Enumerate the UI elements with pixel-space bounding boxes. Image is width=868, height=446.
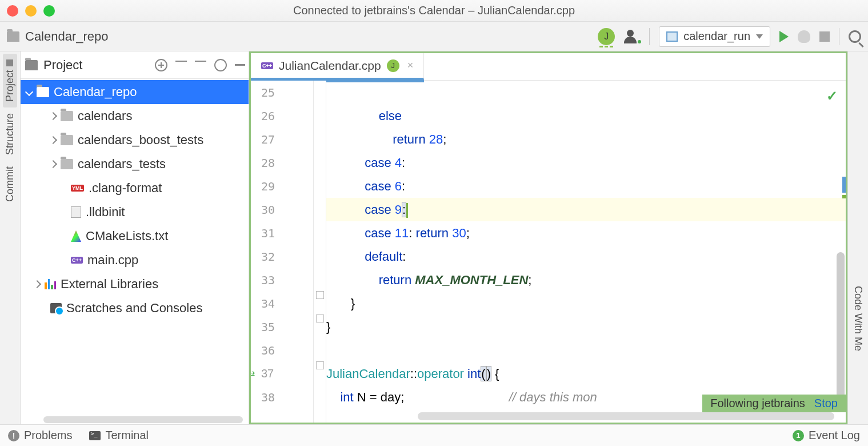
code-with-me-tab[interactable]: Code With Me	[851, 280, 865, 357]
code-line	[326, 81, 846, 104]
editor-tab[interactable]: C++ JulianCalendar.cpp J ×	[251, 53, 424, 80]
collapse-all-icon[interactable]	[195, 61, 206, 70]
tree-file-clang-format[interactable]: YML .clang-format	[21, 176, 249, 200]
run-button[interactable]	[779, 31, 789, 42]
fold-handle-icon[interactable]	[316, 361, 324, 369]
tree-scrollbar[interactable]	[43, 416, 243, 423]
chevron-right-icon[interactable]	[49, 136, 57, 144]
tree-folder-calendars[interactable]: calendars	[21, 104, 249, 128]
commit-tool-tab[interactable]: Commit	[3, 161, 17, 208]
tree-label: .lldbinit	[86, 205, 125, 220]
folder-icon	[61, 111, 73, 121]
chevron-right-icon[interactable]	[49, 160, 57, 168]
cpp-icon: C++	[261, 62, 273, 69]
cmake-icon	[71, 230, 81, 242]
chevron-right-icon[interactable]	[49, 112, 57, 120]
code-line-active: case 9:	[326, 198, 846, 221]
following-banner: Following jetbrains Stop	[702, 395, 846, 412]
window-title: Connected to jetbrains's Calendar – Juli…	[293, 4, 575, 17]
left-toolwindow-bar: Project Structure Commit	[0, 51, 21, 424]
separator	[649, 28, 650, 45]
fold-handle-icon[interactable]	[316, 314, 324, 322]
problems-icon: !	[8, 430, 19, 441]
tree-label: calendars_boost_tests	[78, 133, 203, 148]
tree-folder-boost-tests[interactable]: calendars_boost_tests	[21, 128, 249, 152]
scroll-marker	[842, 177, 846, 193]
stop-following-link[interactable]: Stop	[814, 397, 838, 410]
hide-panel-icon[interactable]	[235, 64, 245, 66]
titlebar: Connected to jetbrains's Calendar – Juli…	[0, 0, 868, 22]
tree-file-cmakelists[interactable]: CMakeLists.txt	[21, 224, 249, 248]
select-opened-file-icon[interactable]	[155, 59, 167, 71]
scratches-icon	[50, 303, 62, 313]
code-line: else	[326, 104, 846, 128]
event-log-label: Event Log	[809, 429, 860, 442]
run-config-selector[interactable]: calendar_run	[659, 26, 770, 47]
tree-external-libraries[interactable]: External Libraries	[21, 272, 249, 296]
project-tool-tab[interactable]: Project	[3, 54, 17, 107]
stop-button[interactable]	[819, 31, 830, 42]
traffic-lights	[7, 5, 55, 17]
yml-icon: YML	[71, 185, 84, 192]
zoom-window-button[interactable]	[43, 5, 55, 17]
editor-body[interactable]: 25 26 27 28 29 30 31 32 33 34 35 36 ⇄37 …	[251, 81, 846, 423]
following-text: Following jetbrains	[710, 397, 805, 410]
folder-icon	[61, 135, 73, 145]
event-count-badge: 1	[793, 430, 804, 441]
tree-label: Scratches and Consoles	[66, 301, 202, 316]
main-toolbar: Calendar_repo J calendar_run	[0, 22, 868, 51]
toolbar-right: J calendar_run	[598, 26, 861, 47]
cursor	[406, 203, 408, 218]
breadcrumb[interactable]: Calendar_repo	[7, 29, 109, 44]
horizontal-scrollbar[interactable]	[418, 412, 834, 420]
text-file-icon	[71, 206, 81, 218]
project-panel-header: Project	[21, 51, 249, 79]
right-toolwindow-bar: Code With Me	[847, 51, 868, 424]
project-tree[interactable]: Calendar_repo calendars calendars_boost_…	[21, 79, 249, 413]
close-window-button[interactable]	[7, 5, 18, 17]
project-panel: Project Calendar_repo calendars	[21, 51, 249, 424]
close-tab-button[interactable]: ×	[405, 59, 416, 71]
debug-button[interactable]	[798, 30, 810, 43]
editor: C++ JulianCalendar.cpp J × 25 26 27 28 2…	[249, 51, 847, 424]
chevron-down-icon	[756, 34, 763, 39]
tree-file-lldbinit[interactable]: .lldbinit	[21, 200, 249, 224]
problems-tool-button[interactable]: ! Problems	[8, 429, 72, 442]
chevron-right-icon[interactable]	[33, 280, 41, 288]
structure-tool-tab[interactable]: Structure	[3, 107, 17, 161]
add-user-icon[interactable]	[624, 30, 640, 43]
separator	[839, 28, 839, 45]
run-config-icon	[666, 31, 678, 42]
folder-icon	[61, 159, 73, 169]
tree-scratches[interactable]: Scratches and Consoles	[21, 296, 249, 320]
user-avatar[interactable]: J	[598, 28, 615, 45]
search-button[interactable]	[849, 30, 861, 43]
editor-tabs: C++ JulianCalendar.cpp J ×	[251, 53, 846, 81]
tree-root[interactable]: Calendar_repo	[21, 80, 249, 104]
code-line: return MAX_MONTH_LEN;	[326, 268, 846, 292]
tree-folder-tests[interactable]: calendars_tests	[21, 152, 249, 176]
cpp-icon: C++	[71, 257, 83, 264]
settings-icon[interactable]	[214, 59, 227, 71]
avatar-icon: J	[387, 59, 399, 72]
fold-handle-icon[interactable]	[316, 291, 324, 299]
tree-label: main.cpp	[87, 253, 138, 268]
event-log-button[interactable]: 1 Event Log	[793, 429, 860, 442]
code-area[interactable]: else return 28; case 4: case 6: case 9: …	[326, 81, 846, 423]
main-area: Project Structure Commit Project Calenda…	[0, 51, 868, 424]
minimize-window-button[interactable]	[25, 5, 37, 17]
chevron-down-icon[interactable]	[25, 88, 33, 96]
terminal-tool-button[interactable]: Terminal	[89, 429, 149, 442]
problems-label: Problems	[24, 429, 72, 442]
tree-label: calendars_tests	[78, 157, 166, 172]
tree-file-main-cpp[interactable]: C++ main.cpp	[21, 248, 249, 272]
code-line: case 11: return 30;	[326, 221, 846, 245]
fold-column[interactable]	[314, 81, 326, 423]
terminal-icon	[89, 431, 101, 440]
inspection-ok-icon[interactable]: ✓	[826, 84, 838, 107]
expand-all-icon[interactable]	[175, 61, 187, 70]
code-line: JulianCalendar::operator int() {	[326, 362, 846, 385]
terminal-label: Terminal	[105, 429, 149, 442]
code-line: case 4:	[326, 151, 846, 174]
vertical-scrollbar[interactable]	[837, 252, 845, 412]
